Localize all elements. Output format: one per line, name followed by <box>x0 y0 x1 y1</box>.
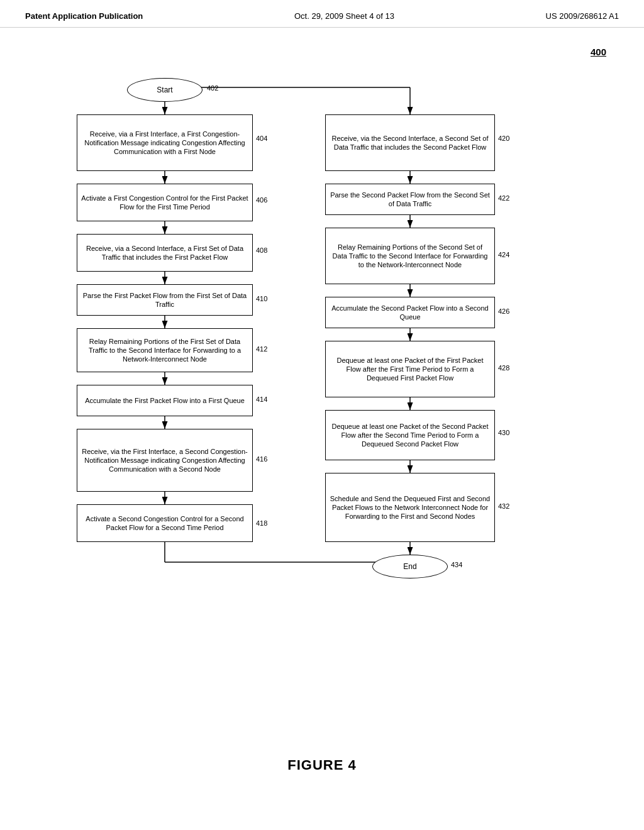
end-node: End <box>372 555 448 578</box>
header-patent-num: US 2009/268612 A1 <box>546 11 619 21</box>
label-432: 432 <box>498 502 509 510</box>
node-430: Dequeue at least one Packet of the Secon… <box>325 410 495 460</box>
label-412: 412 <box>256 345 267 353</box>
node-422: Parse the Second Packet Flow from the Se… <box>325 184 495 215</box>
node-406: Activate a First Congestion Control for … <box>77 184 253 221</box>
node-404: Receive, via a First Interface, a First … <box>77 114 253 171</box>
node-424: Relay Remaining Portions of the Second S… <box>325 228 495 284</box>
node-426: Accumulate the Second Packet Flow into a… <box>325 297 495 328</box>
header-date-sheet: Oct. 29, 2009 Sheet 4 of 13 <box>294 11 394 21</box>
label-402: 402 <box>207 84 218 92</box>
start-node: Start <box>127 78 203 102</box>
flowchart-diagram: Start 402 Receive, via a First Interface… <box>39 53 605 744</box>
label-430: 430 <box>498 429 509 436</box>
label-422: 422 <box>498 194 509 202</box>
label-414: 414 <box>256 396 267 403</box>
page-header: Patent Application Publication Oct. 29, … <box>0 0 644 28</box>
label-424: 424 <box>498 251 509 258</box>
page-content: 400 <box>0 28 644 786</box>
label-418: 418 <box>256 519 267 527</box>
node-420: Receive, via the Second Interface, a Sec… <box>325 114 495 171</box>
node-410: Parse the First Packet Flow from the Fir… <box>77 284 253 316</box>
node-414: Accumulate the First Packet Flow into a … <box>77 385 253 416</box>
label-404: 404 <box>256 135 267 142</box>
label-416: 416 <box>256 455 267 463</box>
node-416: Receive, via the First Interface, a Seco… <box>77 429 253 492</box>
label-428: 428 <box>498 364 509 372</box>
node-432: Schedule and Send the Dequeued First and… <box>325 473 495 542</box>
header-publisher: Patent Application Publication <box>25 11 143 21</box>
node-408: Receive, via a Second Interface, a First… <box>77 234 253 272</box>
label-426: 426 <box>498 307 509 315</box>
figure-caption: FIGURE 4 <box>25 757 619 773</box>
node-428: Dequeue at least one Packet of the First… <box>325 341 495 397</box>
label-434: 434 <box>451 561 462 568</box>
label-406: 406 <box>256 196 267 204</box>
label-410: 410 <box>256 295 267 302</box>
node-418: Activate a Second Congestion Control for… <box>77 504 253 542</box>
node-412: Relay Remaining Portions of the First Se… <box>77 328 253 372</box>
label-408: 408 <box>256 246 267 254</box>
label-420: 420 <box>498 135 509 142</box>
